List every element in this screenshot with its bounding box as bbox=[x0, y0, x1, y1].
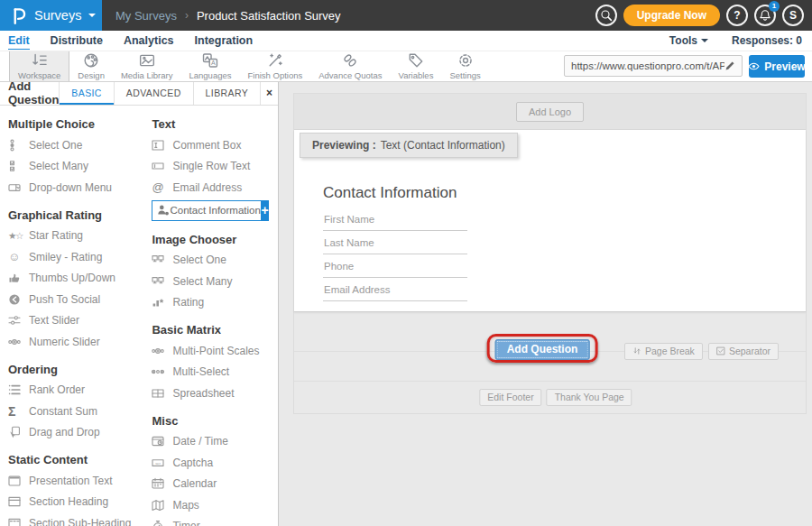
nav-right: Tools Responses: 0 bbox=[669, 34, 812, 47]
question-type-contact-information[interactable]: Contact Information+ bbox=[152, 198, 278, 223]
panel-tab-library[interactable]: LIBRARY bbox=[193, 81, 261, 105]
thank-you-page-button[interactable]: Thank You Page bbox=[547, 389, 632, 406]
panel-tab-basic[interactable]: BASIC bbox=[59, 81, 114, 105]
question-type-multi-point-scales[interactable]: Multi-Point Scales bbox=[152, 340, 278, 362]
question-type-push-to-social[interactable]: Push To Social bbox=[8, 289, 152, 310]
edit-url-button[interactable] bbox=[724, 60, 735, 71]
group-image-chooser: Image ChooserSelect OneSelect ManyRating bbox=[152, 233, 278, 314]
radio-list-icon bbox=[8, 139, 29, 152]
question-type-thumbs-up-down[interactable]: Thumbs Up/Down bbox=[8, 268, 152, 290]
spreadsheet-icon bbox=[152, 387, 172, 400]
close-panel-button[interactable]: × bbox=[260, 81, 278, 105]
nav-tab-analytics[interactable]: Analytics bbox=[124, 32, 174, 50]
workspace-icon bbox=[32, 52, 48, 69]
question-type-section-heading[interactable]: Section Heading bbox=[8, 492, 152, 513]
toolbar-workspace[interactable]: Workspace bbox=[9, 51, 69, 81]
slider-icon bbox=[8, 314, 29, 327]
survey-url-field[interactable]: https://www.questionpro.com/t/AP53kZgUI bbox=[564, 55, 743, 77]
question-icon: ? bbox=[734, 9, 740, 22]
panel-tab-advanced[interactable]: ADVANCED bbox=[114, 81, 193, 105]
single-row-icon bbox=[152, 160, 172, 172]
nav-tab-edit[interactable]: Edit bbox=[8, 32, 30, 50]
nav-tab-distribute[interactable]: Distribute bbox=[51, 32, 103, 50]
responses-count-link[interactable]: Responses: 0 bbox=[732, 34, 802, 47]
toolbar-item-label: Languages bbox=[189, 70, 231, 80]
toolbar-finish-options[interactable]: Finish Options bbox=[240, 51, 311, 81]
question-type-column-2: TextComment BoxSingle Row Text@Email Add… bbox=[152, 107, 278, 526]
toolbar-design[interactable]: Design bbox=[69, 51, 113, 81]
product-menu[interactable]: Surveys bbox=[0, 0, 102, 31]
form-field-email-address[interactable]: Email Address bbox=[323, 284, 467, 301]
question-type-email-address[interactable]: @Email Address bbox=[152, 177, 278, 198]
question-type-presentation-text[interactable]: Presentation Text bbox=[8, 470, 152, 492]
toolbar-media-library[interactable]: Media Library bbox=[113, 51, 181, 81]
question-type-single-row-text[interactable]: Single Row Text bbox=[152, 156, 278, 178]
group-heading: Basic Matrix bbox=[152, 323, 278, 337]
finish-options-icon bbox=[267, 52, 283, 69]
add-logo-button[interactable]: Add Logo bbox=[516, 102, 584, 122]
smiley-icon: ☺ bbox=[8, 251, 29, 263]
question-type-text-slider[interactable]: Text Slider bbox=[8, 310, 152, 332]
advance-quotas-icon bbox=[342, 52, 358, 69]
breadcrumb-my-surveys[interactable]: My Surveys bbox=[115, 9, 177, 23]
question-type-timer[interactable]: Timer bbox=[152, 516, 278, 526]
bell-icon bbox=[759, 9, 771, 22]
preview-button[interactable]: Preview bbox=[749, 55, 805, 78]
question-type-label: Rank Order bbox=[29, 383, 85, 396]
question-type-label: Contact Information bbox=[170, 205, 260, 216]
add-question-button[interactable]: Add Question bbox=[495, 339, 590, 360]
previewing-value: Text (Contact Information) bbox=[381, 139, 505, 152]
upgrade-now-button[interactable]: Upgrade Now bbox=[623, 5, 720, 26]
question-type-spreadsheet[interactable]: Spreadsheet bbox=[152, 383, 278, 404]
question-type-multi-select[interactable]: Multi-Select bbox=[152, 362, 278, 383]
tools-label: Tools bbox=[669, 34, 697, 47]
form-field-first-name[interactable]: First Name bbox=[323, 214, 467, 231]
group-heading: Misc bbox=[152, 414, 278, 428]
divider bbox=[294, 381, 806, 382]
separator-button[interactable]: Separator bbox=[708, 343, 779, 360]
notifications-button[interactable]: 1 bbox=[754, 5, 776, 26]
question-type-rating[interactable]: Rating bbox=[152, 292, 278, 314]
question-type-comment-box[interactable]: Comment Box bbox=[152, 134, 278, 156]
question-type-select-many[interactable]: Select Many bbox=[8, 156, 152, 178]
question-type-rank-order[interactable]: Rank Order bbox=[8, 380, 152, 401]
question-type-select-one[interactable]: Select One bbox=[8, 134, 152, 156]
question-type-drag-and-drop[interactable]: Drag and Drop bbox=[8, 422, 152, 444]
form-field-phone[interactable]: Phone bbox=[323, 261, 467, 278]
question-type-calendar[interactable]: Calendar bbox=[152, 474, 278, 495]
star-icon: ★☆ bbox=[8, 229, 29, 242]
question-type-numeric-slider[interactable]: Numeric Slider bbox=[8, 331, 152, 353]
toolbar-variables[interactable]: Variables bbox=[391, 51, 442, 81]
question-type-maps[interactable]: Maps bbox=[152, 494, 278, 516]
question-type-constant-sum[interactable]: ΣConstant Sum bbox=[8, 401, 152, 422]
edit-footer-button[interactable]: Edit Footer bbox=[479, 389, 541, 406]
question-type-drop-down-menu[interactable]: Drop-down Menu bbox=[8, 177, 152, 198]
question-type-select-one[interactable]: Select One bbox=[152, 250, 278, 272]
question-type-smiley-rating[interactable]: ☺Smiley - Rating bbox=[8, 246, 152, 268]
question-type-section-sub-heading[interactable]: Section Sub-Heading bbox=[8, 512, 152, 526]
question-type-label: Email Address bbox=[172, 181, 242, 194]
nav-tab-integration[interactable]: Integration bbox=[195, 32, 254, 50]
question-type-date-time[interactable]: Date / Time bbox=[152, 431, 278, 453]
add-selected-question-button[interactable]: + bbox=[261, 200, 270, 221]
help-button[interactable]: ? bbox=[726, 5, 748, 26]
selected-question-type-box[interactable]: Contact Information+ bbox=[152, 200, 269, 221]
presentation-icon bbox=[8, 475, 29, 487]
question-type-label: Push To Social bbox=[29, 293, 100, 306]
question-type-select-many[interactable]: Select Many bbox=[152, 271, 278, 292]
languages-icon: A bbox=[202, 52, 218, 69]
page-break-button[interactable]: Page Break bbox=[624, 343, 703, 360]
question-type-columns: Multiple ChoiceSelect OneSelect ManyDrop… bbox=[0, 106, 278, 526]
nav-tabs: EditDistributeAnalyticsIntegration bbox=[0, 32, 273, 50]
search-button[interactable] bbox=[595, 5, 617, 26]
toolbar-languages[interactable]: ALanguages bbox=[180, 51, 239, 81]
top-actions: Upgrade Now ? 1 S bbox=[595, 5, 812, 26]
question-type-label: Multi-Point Scales bbox=[172, 345, 259, 357]
question-type-star-rating[interactable]: ★☆Star Rating bbox=[8, 226, 152, 247]
toolbar-settings[interactable]: Settings bbox=[441, 51, 488, 81]
tools-menu[interactable]: Tools bbox=[669, 34, 708, 47]
form-field-last-name[interactable]: Last Name bbox=[323, 237, 467, 254]
avatar[interactable]: S bbox=[782, 5, 804, 26]
question-type-captcha[interactable]: scrCaptcha bbox=[152, 452, 278, 474]
toolbar-advance-quotas[interactable]: Advance Quotas bbox=[310, 51, 390, 81]
